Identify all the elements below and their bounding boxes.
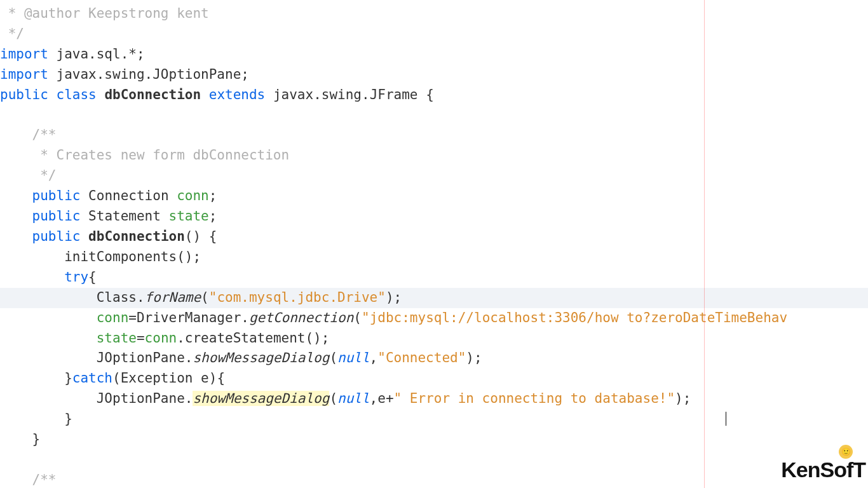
highlighted-code-line: Class.forName("com.mysql.jdbc.Drive"); xyxy=(0,288,868,308)
conn-field: conn xyxy=(145,330,177,346)
null-keyword: null xyxy=(337,350,370,365)
code-editor[interactable]: * @author Keepstrong kent */ import java… xyxy=(0,0,868,488)
author-comment: * @author Keepstrong kent xyxy=(0,6,209,21)
public-keyword: public xyxy=(32,188,81,203)
get-connection-method: getConnection xyxy=(249,310,353,325)
code-line: /** xyxy=(0,125,868,146)
constructor-open: () { xyxy=(185,229,217,244)
init-components-call: initComponents(); xyxy=(0,249,201,264)
class-name: dbConnection xyxy=(104,87,201,102)
code-line: /** xyxy=(0,470,868,488)
close-catch-brace: } xyxy=(0,411,72,426)
field-name: conn xyxy=(177,188,209,203)
code-line: }catch(Exception e){ xyxy=(0,369,868,389)
code-line: public Connection conn; xyxy=(0,186,868,207)
paren-close: ); xyxy=(386,290,402,305)
public-keyword: public xyxy=(32,229,81,244)
code-line: public dbConnection() { xyxy=(0,227,868,247)
code-line: } xyxy=(0,409,868,430)
extends-keyword: extends xyxy=(209,87,266,102)
constructor-name: dbConnection xyxy=(88,229,185,244)
code-line: } xyxy=(0,430,868,450)
import-keyword: import xyxy=(0,46,48,62)
import-target: javax.swing.JOptionPane; xyxy=(48,67,249,82)
show-message-dialog-method: showMessageDialog xyxy=(193,350,329,365)
show-message-dialog-method-highlighted: showMessageDialog xyxy=(193,391,329,406)
code-line: * Creates new form dbConnection xyxy=(0,146,868,166)
kensoft-logo: KenSo🙂fT xyxy=(781,454,865,487)
paren-open: ( xyxy=(329,350,337,365)
code-line: JOptionPane.showMessageDialog(null,e+" E… xyxy=(0,389,868,409)
forname-method: forName xyxy=(145,290,201,305)
driver-string: "com.mysql.jdbc.Drive" xyxy=(209,290,386,305)
state-field: state xyxy=(97,330,137,346)
catch-params: (Exception e){ xyxy=(112,370,225,386)
code-line: import java.sql.*; xyxy=(0,44,868,65)
close-try-brace: } xyxy=(0,370,72,386)
code-line: initComponents(); xyxy=(0,247,868,268)
comment-close: */ xyxy=(0,26,24,41)
jdbc-url-string: "jdbc:mysql://localhost:3306/how to?zero… xyxy=(362,310,787,325)
paren-close: ); xyxy=(466,350,482,365)
field-type: Connection xyxy=(88,188,168,203)
javadoc-open: /** xyxy=(0,472,57,487)
try-brace: { xyxy=(88,269,97,285)
catch-keyword: catch xyxy=(72,370,112,386)
import-keyword: import xyxy=(0,67,48,82)
code-line: */ xyxy=(0,24,868,44)
try-keyword: try xyxy=(64,269,88,285)
close-ctor-brace: } xyxy=(0,431,40,447)
code-line: import javax.swing.JOptionPane; xyxy=(0,65,868,85)
text-cursor xyxy=(726,412,726,426)
comma: , xyxy=(370,350,378,365)
paren-close: ); xyxy=(675,391,691,406)
code-line: public Statement state; xyxy=(0,207,868,227)
superclass: javax.swing.JFrame { xyxy=(273,87,434,102)
create-statement: .createStatement(); xyxy=(177,330,329,346)
margin-ruler xyxy=(704,0,705,488)
public-keyword: public xyxy=(0,87,48,102)
code-line: public class dbConnection extends javax.… xyxy=(0,85,868,105)
paren-open: ( xyxy=(201,290,209,305)
class-forname-prefix: Class. xyxy=(0,290,145,305)
paren-open: ( xyxy=(353,310,362,325)
code-line xyxy=(0,450,868,470)
joptionpane-prefix: JOptionPane. xyxy=(0,350,193,365)
paren-open: ( xyxy=(329,391,337,406)
conn-field: conn xyxy=(97,310,129,325)
field-type: Statement xyxy=(88,208,161,224)
javadoc-body: * Creates new form dbConnection xyxy=(0,147,289,163)
javadoc-close: */ xyxy=(0,168,57,183)
connected-string: "Connected" xyxy=(377,350,466,365)
field-name: state xyxy=(169,208,209,224)
null-keyword: null xyxy=(337,391,370,406)
code-line: state=conn.createStatement(); xyxy=(0,329,868,349)
code-line xyxy=(0,105,868,126)
joptionpane-prefix: JOptionPane. xyxy=(0,391,193,406)
import-target: java.sql.*; xyxy=(48,46,145,62)
error-string: " Error in connecting to database!" xyxy=(394,391,675,406)
code-line: try{ xyxy=(0,268,868,288)
javadoc-open: /** xyxy=(0,127,57,142)
code-line: JOptionPane.showMessageDialog(null,"Conn… xyxy=(0,348,868,369)
catch-e-concat: ,e+ xyxy=(370,391,394,406)
eq-sign: = xyxy=(137,330,145,346)
public-keyword: public xyxy=(32,208,81,224)
code-line: * @author Keepstrong kent xyxy=(0,4,868,24)
code-line: */ xyxy=(0,166,868,186)
class-keyword: class xyxy=(57,87,97,102)
driver-manager: =DriverManager. xyxy=(128,310,249,325)
code-line: conn=DriverManager.getConnection("jdbc:m… xyxy=(0,308,868,329)
